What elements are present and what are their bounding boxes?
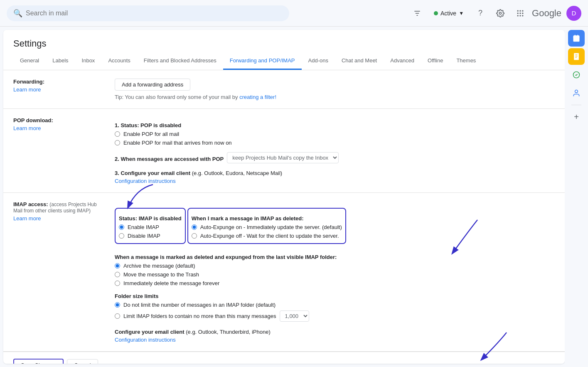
imap-expunge-archive-radio[interactable] <box>115 263 120 268</box>
pop-label1: Enable POP for all mail <box>123 131 179 137</box>
main-layout: Settings General Labels Inbox Accounts F… <box>0 27 588 367</box>
svg-point-6 <box>522 10 523 11</box>
pop-when-select[interactable]: keep Projects Hub Mail's copy the Inbox <box>227 152 339 163</box>
imap-autoexpunge-on-label: Auto-Expunge on - Immediately update the… <box>200 224 342 230</box>
svg-point-8 <box>519 12 521 14</box>
add-forwarding-button[interactable]: Add a forwarding address <box>115 79 190 91</box>
pop-radio1[interactable] <box>115 131 120 137</box>
imap-expunge-delete-radio[interactable] <box>115 281 120 286</box>
pop-options: Enable POP for all mail Enable POP for m… <box>115 131 555 146</box>
imap-expunge-archive-label: Archive the message (default) <box>123 263 195 269</box>
imap-enable-label: Enable IMAP <box>128 224 159 230</box>
help-button[interactable]: ? <box>472 5 489 22</box>
pop-label: POP download: Learn more <box>13 117 105 184</box>
imap-expunge-label: When a message is marked as deleted and … <box>115 254 555 260</box>
svg-point-11 <box>519 15 521 16</box>
folder-nolimit-radio[interactable] <box>115 302 120 308</box>
imap-deleted-box: When I mark a message in IMAP as deleted… <box>187 208 346 244</box>
imap-autoexpunge-on-radio[interactable] <box>192 224 197 230</box>
sidebar-icon-notepad[interactable] <box>568 48 585 65</box>
folder-limit-row: Limit IMAP folders to contain no more th… <box>115 310 555 322</box>
filter-icon[interactable] <box>409 5 426 22</box>
topbar: 🔍 Active ▼ ? Google D <box>0 0 588 27</box>
imap-expunge-trash-radio[interactable] <box>115 272 120 277</box>
svg-point-5 <box>519 10 521 11</box>
pop-learn-more[interactable]: Learn more <box>13 125 105 131</box>
imap-expunge-trash: Move the message to the Trash <box>115 271 555 278</box>
svg-rect-13 <box>573 35 580 42</box>
folder-nolimit: Do not limit the number of messages in a… <box>115 302 555 308</box>
imap-deleted-label: When I mark a message in IMAP as deleted… <box>192 215 342 222</box>
svg-point-7 <box>517 12 519 14</box>
save-row: Save Changes Cancel <box>3 352 565 364</box>
tab-accounts[interactable]: Accounts <box>101 52 137 70</box>
pop-option1: Enable POP for all mail <box>115 131 555 137</box>
search-bar[interactable]: 🔍 <box>7 5 289 21</box>
pop-section: POP download: Learn more 1. Status: POP … <box>3 109 565 193</box>
sidebar-divider <box>571 105 581 105</box>
tab-themes[interactable]: Themes <box>450 52 482 70</box>
tab-addons[interactable]: Add-ons <box>302 52 335 70</box>
google-logo: Google <box>532 8 561 19</box>
cancel-button[interactable]: Cancel <box>67 359 98 364</box>
sidebar-icon-calendar[interactable] <box>568 30 585 47</box>
create-filter-link[interactable]: creating a filter! <box>239 94 276 100</box>
avatar[interactable]: D <box>566 6 581 21</box>
imap-label: IMAP access: (access Projects Hub Mail f… <box>13 201 105 343</box>
pop-client-label: 3. Configure your email client (e.g. Out… <box>115 170 282 176</box>
arrow2 <box>440 218 482 259</box>
imap-client-label: Configure your email client (e.g. Outloo… <box>115 329 271 335</box>
folder-limit-label: Folder size limits <box>115 293 555 299</box>
imap-autoexpunge-off-label: Auto-Expunge off - Wait for the client t… <box>200 233 339 239</box>
imap-status-box: Status: IMAP is disabled Enable IMAP Dis… <box>115 208 186 244</box>
tab-advanced[interactable]: Advanced <box>384 52 421 70</box>
pop-label2: Enable POP for mail that arrives from no… <box>123 140 232 146</box>
pop-config-link[interactable]: Configuration instructions <box>115 178 555 184</box>
save-button[interactable]: Save Changes <box>13 359 64 364</box>
pop-body: 1. Status: POP is disabled Enable POP fo… <box>115 117 555 184</box>
imap-disable-radio[interactable] <box>119 233 124 239</box>
sidebar-right: + <box>565 27 588 367</box>
imap-autoexpunge-off-radio[interactable] <box>192 233 197 239</box>
pop-option2: Enable POP for mail that arrives from no… <box>115 140 555 146</box>
imap-expunge-delete: Immediately delete the message forever <box>115 280 555 286</box>
sidebar-icon-tasks[interactable] <box>568 67 585 83</box>
tab-labels[interactable]: Labels <box>46 52 75 70</box>
forwarding-learn-more[interactable]: Learn more <box>13 86 105 93</box>
svg-point-3 <box>499 12 502 14</box>
settings-content: Forwarding: Learn more Add a forwarding … <box>3 70 565 364</box>
tabs: General Labels Inbox Accounts Filters an… <box>3 52 565 70</box>
imap-disable-option: Disable IMAP <box>119 233 182 239</box>
search-input[interactable] <box>26 10 283 17</box>
imap-config-link[interactable]: Configuration instructions <box>115 337 555 343</box>
pop-radio2[interactable] <box>115 140 120 145</box>
active-label: Active <box>440 10 456 17</box>
tab-chat[interactable]: Chat and Meet <box>335 52 384 70</box>
svg-point-10 <box>517 15 519 16</box>
folder-limit-select[interactable]: 1,000 <box>280 310 309 322</box>
imap-enable-radio[interactable] <box>119 224 124 230</box>
tab-forwarding[interactable]: Forwarding and POP/IMAP <box>223 52 302 70</box>
sidebar-add-button[interactable]: + <box>568 108 585 125</box>
folder-limit-radio[interactable] <box>115 313 120 319</box>
apps-button[interactable] <box>512 5 529 22</box>
imap-expunge-trash-label: Move the message to the Trash <box>123 271 199 278</box>
pop-when-label: 2. When messages are accessed with POP <box>115 156 224 162</box>
search-icon: 🔍 <box>13 9 22 18</box>
tab-general[interactable]: General <box>13 52 46 70</box>
tab-filters[interactable]: Filters and Blocked Addresses <box>137 52 223 70</box>
tab-inbox[interactable]: Inbox <box>75 52 102 70</box>
active-badge[interactable]: Active ▼ <box>429 8 469 18</box>
imap-learn-more[interactable]: Learn more <box>13 215 105 222</box>
settings-panel: Settings General Labels Inbox Accounts F… <box>3 30 565 364</box>
tab-offline[interactable]: Offline <box>421 52 450 70</box>
imap-enable-option: Enable IMAP <box>119 224 182 230</box>
svg-point-9 <box>522 12 523 14</box>
folder-nolimit-label: Do not limit the number of messages in a… <box>123 302 276 308</box>
svg-point-12 <box>522 15 523 16</box>
svg-point-4 <box>517 10 519 11</box>
settings-button[interactable] <box>492 5 509 22</box>
sidebar-icon-contacts[interactable] <box>568 85 585 101</box>
pop-status: 1. Status: POP is disabled <box>115 122 555 128</box>
imap-expunge-archive: Archive the message (default) <box>115 263 555 269</box>
